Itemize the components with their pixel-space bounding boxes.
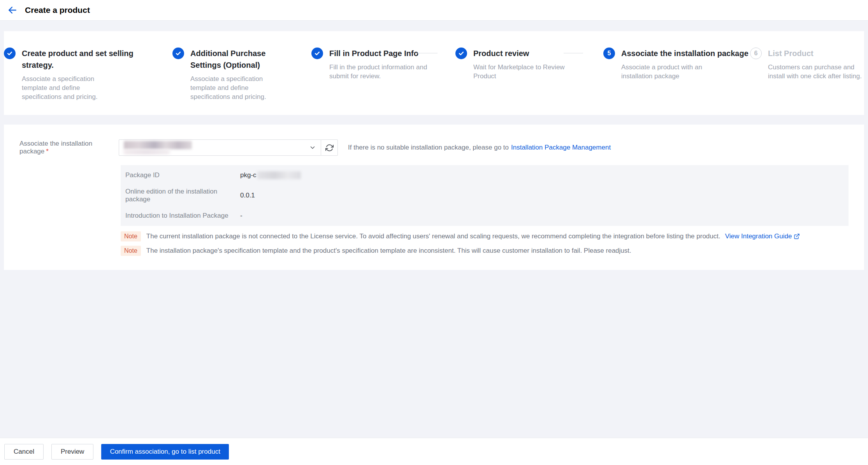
package-field-row: Associate the installation package* If t… <box>19 139 611 156</box>
confirm-association-button[interactable]: Confirm association, go to list product <box>101 444 228 460</box>
note-badge: Note <box>121 231 141 241</box>
note-spec-template-mismatch: Note The installation package's specific… <box>121 246 800 256</box>
step-title: Create product and set selling strategy. <box>22 48 135 71</box>
refresh-icon <box>325 144 334 152</box>
note-text: The installation package's specification… <box>146 247 631 255</box>
step-4-indicator <box>455 48 467 59</box>
detail-label: Online edition of the installation packa… <box>125 188 240 203</box>
step-subtitle: Associate a product with an installation… <box>621 63 715 81</box>
installation-package-management-link[interactable]: Installation Package Management <box>511 144 611 151</box>
checkmark-icon <box>458 50 465 57</box>
step-subtitle: Wait for Marketplace to Review Product <box>473 63 571 81</box>
detail-row-online-edition: Online edition of the installation packa… <box>125 185 849 206</box>
note-text: The current installation package is not … <box>146 232 720 240</box>
step-2-purchase-settings: Additional Purchase Settings (Optional) … <box>172 48 296 101</box>
package-select-label: Associate the installation package* <box>19 140 119 155</box>
step-2-indicator <box>172 48 184 59</box>
step-6-indicator: 6 <box>750 48 762 59</box>
step-subtitle: Fill in the product information and subm… <box>329 63 430 81</box>
step-1-create-product: Create product and set selling strategy.… <box>4 48 135 101</box>
step-number: 6 <box>754 50 758 57</box>
detail-value: - <box>240 212 242 220</box>
detail-row-package-id: Package ID pkg-c <box>125 165 849 185</box>
create-product-page: Create a product Create product and set … <box>0 0 868 465</box>
required-asterisk: * <box>46 148 49 155</box>
step-3-product-page-info: Fill in Product Page Info Fill in the pr… <box>311 48 430 81</box>
step-3-indicator <box>311 48 323 59</box>
detail-value: 0.0.1 <box>240 192 255 199</box>
note-license-integration: Note The current installation package is… <box>121 231 800 241</box>
step-subtitle: Associate a specification template and d… <box>22 74 111 101</box>
preview-button[interactable]: Preview <box>51 444 93 460</box>
step-title: Fill in Product Page Info <box>329 48 430 59</box>
redacted-select-value <box>124 141 309 154</box>
step-title: Product review <box>473 48 571 59</box>
note-badge: Note <box>121 246 141 256</box>
detail-label: Package ID <box>125 171 240 179</box>
redacted-package-id <box>257 171 301 179</box>
step-title: Associate the installation package <box>621 48 749 59</box>
step-1-indicator <box>4 48 16 59</box>
refresh-button[interactable] <box>321 139 338 156</box>
step-title: List Product <box>768 48 864 59</box>
page-header: Create a product <box>0 0 868 21</box>
external-link-icon <box>794 233 800 240</box>
checkmark-icon <box>175 50 182 57</box>
footer-action-bar: Cancel Preview Confirm association, go t… <box>0 438 868 465</box>
cancel-button[interactable]: Cancel <box>4 444 44 460</box>
back-button[interactable] <box>7 5 18 16</box>
installation-package-select[interactable] <box>119 139 321 156</box>
page-title: Create a product <box>25 5 90 15</box>
detail-value: pkg-c <box>240 171 301 179</box>
associate-package-panel: Associate the installation package* If t… <box>4 125 864 270</box>
view-integration-guide-link[interactable]: View Integration Guide <box>725 232 800 240</box>
chevron-down-icon <box>309 144 316 151</box>
step-connector <box>733 53 741 53</box>
step-connector <box>416 53 438 53</box>
step-5-indicator: 5 <box>603 48 615 59</box>
package-details-panel: Package ID pkg-c Online edition of the i… <box>121 165 849 226</box>
stepper: Create product and set selling strategy.… <box>4 31 864 115</box>
detail-row-introduction: Introduction to Installation Package - <box>125 206 849 226</box>
step-subtitle: Associate a specification template and d… <box>190 74 279 101</box>
step-5-associate-package: 5 Associate the installation package Ass… <box>603 48 749 81</box>
step-subtitle: Customers can purchase and install with … <box>768 63 864 81</box>
no-package-help: If there is no suitable installation pac… <box>348 144 611 151</box>
step-number: 5 <box>608 50 611 57</box>
step-connector <box>564 53 583 53</box>
checkmark-icon <box>6 50 13 57</box>
step-4-product-review: Product review Wait for Marketplace to R… <box>455 48 571 81</box>
arrow-left-icon <box>7 5 18 15</box>
checkmark-icon <box>314 50 321 57</box>
notes-section: Note The current installation package is… <box>121 231 800 260</box>
detail-label: Introduction to Installation Package <box>125 212 240 220</box>
step-6-list-product: 6 List Product Customers can purchase an… <box>750 48 864 81</box>
step-title: Additional Purchase Settings (Optional) <box>190 48 296 71</box>
